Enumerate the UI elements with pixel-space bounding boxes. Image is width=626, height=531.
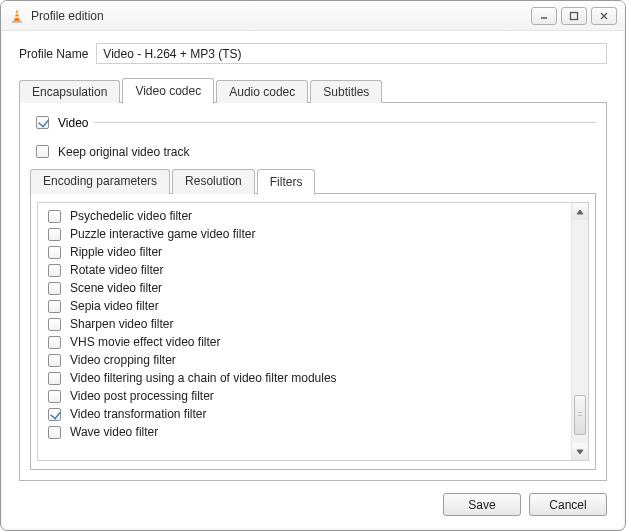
video-group: Video xyxy=(32,113,596,132)
video-checkbox[interactable] xyxy=(36,116,49,129)
filter-item: Ripple video filter xyxy=(44,243,569,261)
filter-checkbox[interactable] xyxy=(48,210,61,223)
main-tabbar: Encapsulation Video codec Audio codec Su… xyxy=(19,78,607,103)
filters-items: Psychedelic video filterPuzzle interacti… xyxy=(38,203,571,460)
svg-rect-1 xyxy=(15,13,20,14)
window-controls xyxy=(531,7,621,25)
filters-listbox: Psychedelic video filterPuzzle interacti… xyxy=(37,202,589,461)
filter-label: Psychedelic video filter xyxy=(70,209,192,223)
filter-checkbox[interactable] xyxy=(48,318,61,331)
tab-body-video-codec: Video Keep original video track Encoding… xyxy=(19,103,607,481)
filter-checkbox[interactable] xyxy=(48,408,61,421)
filter-checkbox[interactable] xyxy=(48,354,61,367)
profile-name-label: Profile Name xyxy=(19,47,88,61)
svg-marker-0 xyxy=(14,9,20,21)
subtab-resolution[interactable]: Resolution xyxy=(172,169,255,194)
scroll-down-button[interactable] xyxy=(572,443,588,460)
window-title: Profile edition xyxy=(31,9,525,23)
filter-label: VHS movie effect video filter xyxy=(70,335,221,349)
keep-original-label: Keep original video track xyxy=(58,145,189,159)
filter-checkbox[interactable] xyxy=(48,282,61,295)
filter-checkbox[interactable] xyxy=(48,300,61,313)
filter-item: Scene video filter xyxy=(44,279,569,297)
dialog-window: Profile edition Profile Name Encapsulati… xyxy=(0,0,626,531)
tab-video-codec[interactable]: Video codec xyxy=(122,78,214,104)
svg-rect-3 xyxy=(12,21,22,23)
minimize-button[interactable] xyxy=(531,7,557,25)
scroll-thumb[interactable] xyxy=(574,395,586,435)
filter-item: Video transformation filter xyxy=(44,405,569,423)
footer: Save Cancel xyxy=(19,481,607,516)
tab-encapsulation[interactable]: Encapsulation xyxy=(19,80,120,103)
filter-item: Psychedelic video filter xyxy=(44,207,569,225)
filter-checkbox[interactable] xyxy=(48,228,61,241)
svg-rect-2 xyxy=(14,16,20,17)
filter-label: Puzzle interactive game video filter xyxy=(70,227,255,241)
titlebar: Profile edition xyxy=(1,1,625,31)
scrollbar[interactable] xyxy=(571,203,588,460)
filter-checkbox[interactable] xyxy=(48,246,61,259)
filter-checkbox[interactable] xyxy=(48,372,61,385)
svg-marker-9 xyxy=(577,450,583,454)
filter-item: Sepia video filter xyxy=(44,297,569,315)
filter-checkbox[interactable] xyxy=(48,336,61,349)
svg-rect-5 xyxy=(571,12,578,19)
filter-checkbox[interactable] xyxy=(48,264,61,277)
filter-item: Wave video filter xyxy=(44,423,569,441)
filter-item: Puzzle interactive game video filter xyxy=(44,225,569,243)
filter-item: VHS movie effect video filter xyxy=(44,333,569,351)
close-button[interactable] xyxy=(591,7,617,25)
filter-label: Video transformation filter xyxy=(70,407,207,421)
tab-audio-codec[interactable]: Audio codec xyxy=(216,80,308,103)
filter-item: Video post processing filter xyxy=(44,387,569,405)
filter-label: Video post processing filter xyxy=(70,389,214,403)
filter-label: Sepia video filter xyxy=(70,299,159,313)
scroll-track[interactable] xyxy=(572,220,588,443)
filter-checkbox[interactable] xyxy=(48,390,61,403)
filter-item: Sharpen video filter xyxy=(44,315,569,333)
filter-label: Rotate video filter xyxy=(70,263,163,277)
filter-label: Video filtering using a chain of video f… xyxy=(70,371,337,385)
client-area: Profile Name Encapsulation Video codec A… xyxy=(1,31,625,530)
svg-marker-8 xyxy=(577,210,583,214)
video-checkbox-label: Video xyxy=(58,116,88,130)
scroll-up-button[interactable] xyxy=(572,203,588,220)
filter-item: Video cropping filter xyxy=(44,351,569,369)
filter-item: Video filtering using a chain of video f… xyxy=(44,369,569,387)
subtab-filters[interactable]: Filters xyxy=(257,169,316,195)
profile-name-row: Profile Name xyxy=(19,43,607,64)
maximize-button[interactable] xyxy=(561,7,587,25)
cancel-button[interactable]: Cancel xyxy=(529,493,607,516)
filter-label: Ripple video filter xyxy=(70,245,162,259)
subtab-encoding[interactable]: Encoding parameters xyxy=(30,169,170,194)
divider-line xyxy=(94,122,596,123)
save-button[interactable]: Save xyxy=(443,493,521,516)
keep-original-row: Keep original video track xyxy=(32,142,596,161)
filter-label: Wave video filter xyxy=(70,425,158,439)
filter-item: Rotate video filter xyxy=(44,261,569,279)
profile-name-input[interactable] xyxy=(96,43,607,64)
filters-frame: Psychedelic video filterPuzzle interacti… xyxy=(30,194,596,470)
tab-subtitles[interactable]: Subtitles xyxy=(310,80,382,103)
filter-label: Sharpen video filter xyxy=(70,317,173,331)
filter-label: Video cropping filter xyxy=(70,353,176,367)
filter-label: Scene video filter xyxy=(70,281,162,295)
keep-original-checkbox[interactable] xyxy=(36,145,49,158)
filter-checkbox[interactable] xyxy=(48,426,61,439)
app-icon xyxy=(9,8,25,24)
subtab-bar: Encoding parameters Resolution Filters xyxy=(30,169,596,194)
